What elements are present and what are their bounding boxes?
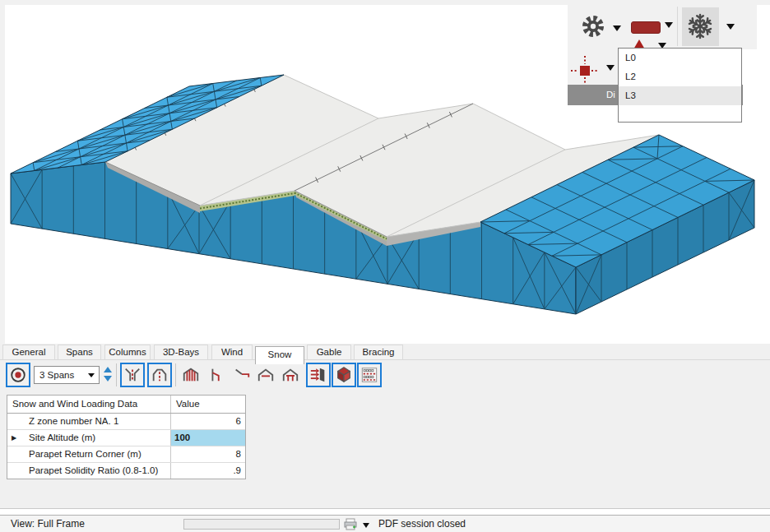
grid-table-icon <box>360 366 378 384</box>
valley-frame-button[interactable] <box>120 363 145 387</box>
table-row[interactable]: Z zone number NA. 1 6 <box>7 414 245 430</box>
menu-item-l3[interactable]: L3 <box>619 86 741 105</box>
tab-bracing[interactable]: Bracing <box>354 345 403 359</box>
table-row[interactable]: Parapet Solidity Ratio (0.8-1.0) .9 <box>7 463 245 479</box>
snow-display-button[interactable] <box>682 7 719 46</box>
stepper-up-arrow[interactable] <box>104 367 112 372</box>
wall-arrows-icon <box>309 366 327 384</box>
table-title: Snow and Wind Loading Data <box>7 396 171 413</box>
selected-row-marker: ▶ <box>7 430 21 446</box>
table-header-row: Snow and Wind Loading Data Value <box>7 396 245 414</box>
spans-stepper[interactable] <box>104 367 112 383</box>
application-window: Di L0 L2 L3 General Spans Columns 3D-Bay… <box>0 0 770 532</box>
settings-dropdown-arrow[interactable] <box>613 25 621 31</box>
spans-count-select[interactable]: 3 Spans <box>34 366 100 384</box>
row-label: Parapet Solidity Ratio (0.8-1.0) <box>21 463 171 479</box>
row-label: Parapet Return Corner (m) <box>21 446 171 462</box>
menu-item-l2[interactable]: L2 <box>619 67 741 86</box>
row-label: Z zone number NA. 1 <box>21 414 171 429</box>
toolbar-separator <box>175 363 176 386</box>
combo-dropdown-arrow <box>88 373 95 377</box>
valley-icon <box>123 366 141 384</box>
node-snap-dropdown-arrow[interactable] <box>606 65 615 71</box>
tab-spans[interactable]: Spans <box>58 345 101 359</box>
table-row[interactable]: ▶ Site Altitude (m) 100 <box>7 430 245 446</box>
print-button[interactable] <box>344 518 357 532</box>
wall-load-button[interactable] <box>306 363 331 387</box>
toolbar-separator <box>677 7 678 46</box>
cantilever-button[interactable] <box>230 363 254 387</box>
tied-frame-icon <box>257 366 275 384</box>
row-marker <box>7 463 21 479</box>
value-column-header: Value <box>171 396 245 413</box>
progress-bar <box>183 519 340 530</box>
member-bar-button[interactable] <box>631 21 661 34</box>
print-dropdown-arrow[interactable] <box>363 523 369 528</box>
cube-3d-icon <box>335 366 353 384</box>
printer-icon <box>344 518 357 530</box>
row-value[interactable]: 100 <box>171 430 245 446</box>
multi-span-icon <box>182 366 200 384</box>
row-value[interactable]: 6 <box>171 414 245 429</box>
menu-item-l0[interactable]: L0 <box>619 49 741 67</box>
member-bar-dropdown-arrow[interactable] <box>665 22 673 28</box>
snow-wind-property-table: Snow and Wind Loading Data Value Z zone … <box>7 395 246 479</box>
status-message: PDF session closed <box>378 518 466 530</box>
target-icon <box>9 366 27 384</box>
span-toolbar: 3 Spans <box>0 359 770 394</box>
tied-frame-button[interactable] <box>253 363 278 387</box>
row-marker <box>7 446 21 462</box>
tab-general[interactable]: General <box>2 345 55 359</box>
row-label: Site Altitude (m) <box>21 430 171 446</box>
gable-frame-button[interactable] <box>147 363 172 387</box>
gear-icon <box>578 11 609 42</box>
tab-bar: General Spans Columns 3D-Bays Wind Snow … <box>0 344 770 359</box>
grid-output-button[interactable] <box>357 363 382 387</box>
toolbar-separator <box>116 363 117 386</box>
portal-frame-button[interactable] <box>278 363 303 387</box>
bottom-panel: General Spans Columns 3D-Bays Wind Snow … <box>0 344 770 509</box>
gable-icon <box>151 366 169 384</box>
multi-bay-frame-button[interactable] <box>179 363 203 387</box>
row-value[interactable]: 8 <box>171 446 245 462</box>
tab-3d-bays[interactable]: 3D-Bays <box>154 345 208 359</box>
level-dropdown-menu: L0 L2 L3 <box>618 48 742 123</box>
row-value[interactable]: .9 <box>171 463 245 479</box>
tab-snow[interactable]: Snow <box>255 346 304 364</box>
table-row[interactable]: Parapet Return Corner (m) 8 <box>7 446 245 463</box>
spans-count-value: 3 Spans <box>39 370 74 380</box>
cantilever-icon <box>233 366 251 384</box>
lean-to-button[interactable] <box>204 363 229 387</box>
view-status-label: View: Full Frame <box>11 518 85 530</box>
snow-display-dropdown-arrow[interactable] <box>726 24 735 30</box>
node-snap-button[interactable] <box>569 54 601 87</box>
node-crosshair-icon <box>569 54 601 87</box>
panel-gap <box>0 509 770 515</box>
tab-wind[interactable]: Wind <box>211 345 253 359</box>
status-bar: View: Full Frame PDF session closed <box>0 515 770 532</box>
settings-button[interactable] <box>578 11 609 42</box>
portal-icon <box>281 366 299 384</box>
row-marker <box>7 414 21 429</box>
lean-to-icon <box>207 366 225 384</box>
tab-columns[interactable]: Columns <box>104 345 151 359</box>
snowflake-icon <box>685 12 715 41</box>
redraw-button[interactable] <box>6 363 30 387</box>
tab-gable[interactable]: Gable <box>307 345 351 359</box>
view-3d-button[interactable] <box>332 363 356 387</box>
stepper-down-arrow[interactable] <box>104 376 112 382</box>
